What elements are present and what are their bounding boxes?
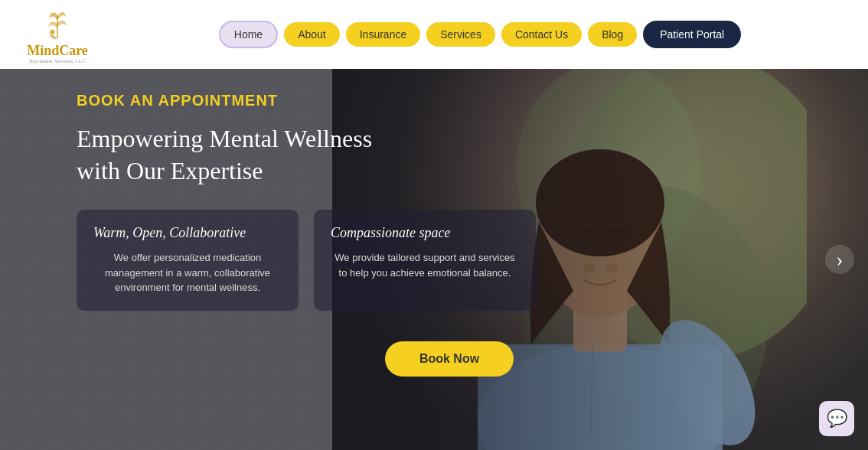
chat-icon: 💬 <box>827 409 847 429</box>
logo-icon <box>38 5 77 44</box>
next-slide-button[interactable]: › <box>825 245 854 274</box>
nav-contact[interactable]: Contact Us <box>501 22 582 47</box>
header: MindCare Psychiatric Services, LLC Home … <box>0 0 868 69</box>
logo-brand: MindCare <box>27 44 88 57</box>
hero-card-compassionate: Compassionate space We provide tailored … <box>314 210 536 311</box>
nav-insurance[interactable]: Insurance <box>346 22 420 47</box>
nav-about[interactable]: About <box>284 22 340 47</box>
svg-point-1 <box>50 29 55 34</box>
hero-content: BOOK AN APPOINTMENT Empowering Mental We… <box>0 69 868 450</box>
card-warm-body: We offer personalized medication managem… <box>93 250 282 295</box>
hero-card-warm: Warm, Open, Collaborative We offer perso… <box>77 210 299 311</box>
logo-subtext: Psychiatric Services, LLC <box>27 58 88 64</box>
nav-blog[interactable]: Blog <box>588 22 637 47</box>
logo: MindCare Psychiatric Services, LLC <box>23 5 92 64</box>
card-compassionate-body: We provide tailored support and services… <box>331 250 519 280</box>
nav-home[interactable]: Home <box>219 21 278 48</box>
book-appointment-label: BOOK AN APPOINTMENT <box>77 92 822 109</box>
nav-services[interactable]: Services <box>426 22 495 47</box>
book-now-button[interactable]: Book Now <box>385 341 514 377</box>
card-compassionate-title: Compassionate space <box>331 225 519 241</box>
nav: Home About Insurance Services Contact Us… <box>115 21 845 48</box>
hero-section: BOOK AN APPOINTMENT Empowering Mental We… <box>0 69 868 450</box>
card-warm-title: Warm, Open, Collaborative <box>93 225 282 241</box>
hero-title: Empowering Mental Wellness with Our Expe… <box>77 123 413 187</box>
nav-portal[interactable]: Patient Portal <box>643 21 741 48</box>
hero-cards: Warm, Open, Collaborative We offer perso… <box>77 210 822 311</box>
chat-button[interactable]: 💬 <box>819 401 854 436</box>
